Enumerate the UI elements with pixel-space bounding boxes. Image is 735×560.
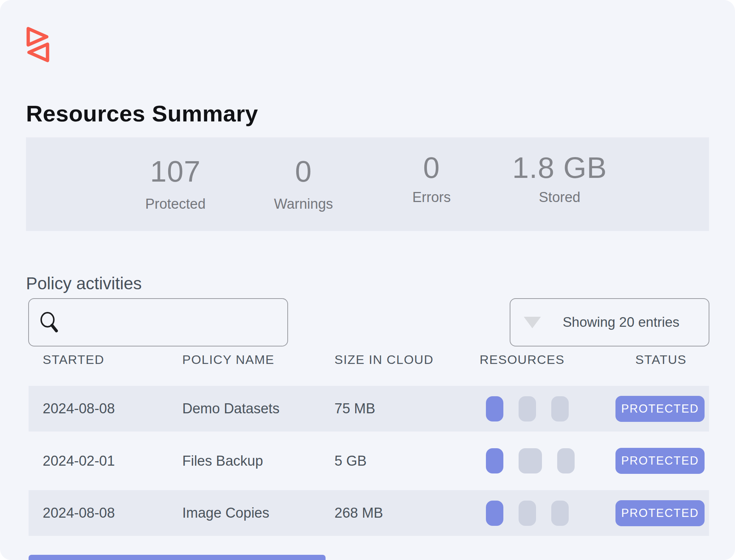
stat-stored-label: Stored [496, 189, 624, 205]
stat-errors: 0 Errors [368, 137, 496, 231]
column-header-size-in-cloud: SIZE IN CLOUD [334, 352, 480, 367]
stat-warnings: 0 Warnings [239, 137, 368, 231]
section-title: Policy activities [26, 273, 142, 293]
table-row[interactable]: 2024-08-08 Image Copies 268 MB PROTECTED [29, 490, 709, 536]
table-row[interactable]: 2024-08-08 Demo Datasets 75 MB PROTECTED [29, 386, 709, 432]
bmc-logo-icon [26, 26, 50, 63]
row-policy-name: Demo Datasets [182, 401, 334, 417]
row-started: 2024-08-08 [43, 505, 182, 521]
app-card: Resources Summary 107 Protected 0 Warnin… [0, 0, 735, 560]
resources-summary-panel: 107 Protected 0 Warnings 0 Errors 1.8 GB… [26, 137, 709, 231]
row-policy-name: Files Backup [182, 453, 334, 469]
stat-errors-value: 0 [368, 153, 496, 183]
stat-warnings-label: Warnings [239, 196, 368, 212]
stat-errors-label: Errors [368, 189, 496, 205]
resource-indicator-inactive [519, 396, 536, 421]
stat-stored-value: 1.8 GB [496, 153, 624, 183]
search-box[interactable] [28, 298, 288, 346]
resource-indicator-inactive [519, 501, 536, 526]
row-started: 2024-08-08 [43, 401, 182, 417]
stat-protected: 107 Protected [111, 137, 239, 231]
resource-indicators [480, 448, 613, 473]
table-header-row: STARTED POLICY NAME SIZE IN CLOUD RESOUR… [29, 345, 709, 374]
row-started: 2024-02-01 [43, 453, 182, 469]
resource-indicator-inactive [519, 448, 542, 473]
row-policy-name: Image Copies [182, 505, 334, 521]
resource-indicator-active [486, 396, 503, 421]
column-header-policy-name: POLICY NAME [182, 352, 334, 367]
stat-protected-label: Protected [111, 196, 239, 212]
row-size: 75 MB [334, 401, 480, 417]
search-input[interactable] [62, 299, 287, 346]
resource-indicator-active [486, 448, 503, 473]
status-cell: PROTECTED [613, 500, 709, 526]
stat-warnings-value: 0 [239, 157, 368, 186]
status-badge: PROTECTED [615, 500, 705, 526]
table-row[interactable]: 2024-02-01 Files Backup 5 GB PROTECTED [29, 432, 709, 490]
column-header-status: STATUS [613, 352, 709, 367]
screenshot-root: Resources Summary 107 Protected 0 Warnin… [0, 0, 735, 560]
resource-indicator-inactive [557, 448, 575, 473]
status-cell: PROTECTED [613, 448, 709, 474]
row-size: 5 GB [334, 453, 480, 469]
entries-dropdown[interactable]: Showing 20 entries [510, 298, 709, 346]
search-icon [38, 309, 62, 335]
resource-indicators [480, 396, 613, 421]
bottom-partial-element [29, 555, 326, 560]
column-header-resources: RESOURCES [480, 352, 613, 367]
status-cell: PROTECTED [613, 396, 709, 422]
stat-protected-value: 107 [111, 157, 239, 186]
stat-stored: 1.8 GB Stored [496, 137, 624, 231]
resource-indicators [480, 501, 613, 526]
chevron-down-icon [524, 317, 541, 328]
status-badge: PROTECTED [615, 448, 705, 474]
resource-indicator-inactive [551, 396, 569, 421]
page-title: Resources Summary [26, 100, 258, 127]
row-size: 268 MB [334, 505, 480, 521]
resource-indicator-active [486, 501, 503, 526]
status-badge: PROTECTED [615, 396, 705, 422]
entries-dropdown-label: Showing 20 entries [541, 315, 701, 330]
column-header-started: STARTED [43, 352, 182, 367]
policy-activities-table: STARTED POLICY NAME SIZE IN CLOUD RESOUR… [29, 345, 709, 536]
resource-indicator-inactive [551, 501, 569, 526]
